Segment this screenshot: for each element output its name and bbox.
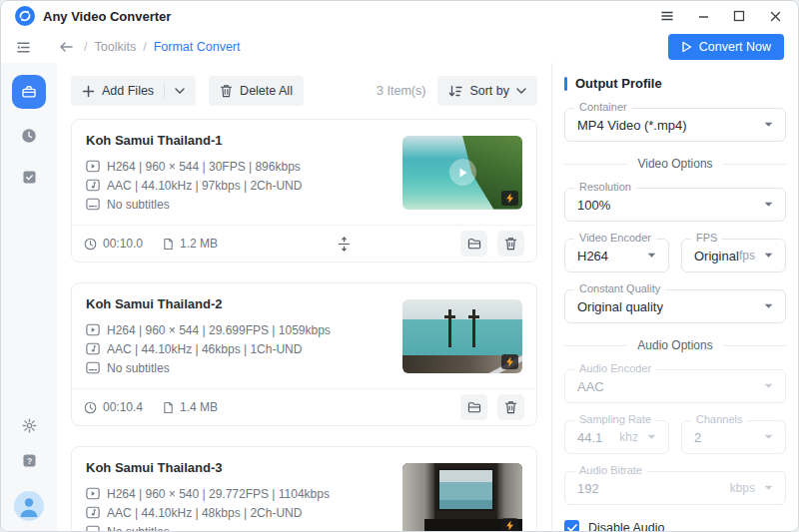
fps-value: Original [694,249,739,264]
video-thumbnail[interactable] [402,299,522,373]
file-icon [163,401,174,414]
video-thumbnail[interactable] [402,463,522,532]
audio-bitrate-unit: kbps [730,481,755,495]
sort-by-button[interactable]: Sort by [437,76,537,106]
container-value: MP4 Video (*.mp4) [577,118,764,133]
audio-bitrate-value: 192 [577,481,730,496]
video-stream-icon [86,487,100,500]
chevron-down-icon [647,253,656,259]
resolution-label: Resolution [574,181,636,193]
add-files-button[interactable]: Add Files [71,76,196,106]
chevron-down-icon [647,434,656,440]
app-title: Any Video Converter [43,9,171,24]
video-title: Koh Samui Thailand-3 [86,460,389,475]
user-avatar[interactable] [14,491,44,521]
audio-bitrate-select: Audio Bitrate 192 kbps [564,471,786,505]
audio-info: AAC | 44.10kHz | 46kbps | 1Ch-UND [107,342,302,356]
sidebar-item-history[interactable] [20,127,38,145]
subtitle-icon [86,198,100,211]
open-folder-button[interactable] [460,231,487,257]
check-icon [567,524,577,532]
breadcrumb: / Toolkits / Format Convert [84,40,241,54]
output-profile-panel: Output Profile Container MP4 Video (*.mp… [552,63,798,531]
channels-label: Channels [691,413,747,425]
breadcrumb-separator: / [143,40,146,54]
video-thumbnail[interactable] [402,136,522,210]
chevron-down-icon [764,383,773,389]
back-arrow-icon[interactable] [58,40,74,54]
delete-all-button[interactable]: Delete All [209,76,304,106]
chevron-down-icon [516,88,526,94]
breadcrumb-separator: / [84,40,87,54]
gear-icon [21,417,38,434]
person-icon [14,491,44,521]
title-bar: Any Video Converter [1,1,798,31]
sampling-rate-select: Sampling Rate 44.1 khz [564,420,669,454]
video-item-card: Koh Samui Thailand-3 H264 | 960 × 540 | … [71,446,537,531]
menu-icon[interactable] [658,7,676,25]
audio-stream-icon [86,342,100,355]
sort-by-label: Sort by [469,84,509,98]
audio-stream-icon [86,506,100,519]
delete-item-button[interactable] [497,231,524,257]
video-item-card: Koh Samui Thailand-1 H264 | 960 × 544 | … [71,119,537,263]
chevron-down-icon [764,485,773,491]
trim-clip-icon[interactable] [238,236,450,253]
channels-value: 2 [694,430,764,445]
audio-stream-icon [86,179,100,192]
convert-now-button[interactable]: Convert Now [668,34,784,60]
question-icon: ? [21,452,38,469]
video-stream-icon [86,323,100,336]
settings-button[interactable] [21,417,38,434]
minimize-icon[interactable] [694,7,712,25]
chevron-down-icon [764,303,773,309]
constant-quality-select[interactable]: Constant Quality Original quality [564,289,786,323]
heading-accent-bar [564,77,567,91]
sampling-rate-value: 44.1 [577,430,619,445]
video-encoder-select[interactable]: Video Encoder H264 [564,239,669,272]
audio-encoder-select: Audio Encoder AAC [564,369,786,403]
video-info: H264 | 960 × 544 | 29.699FPS | 1059kbps [107,323,331,337]
chevron-down-icon [764,122,773,128]
subtitle-info: No subtitles [107,361,170,375]
app-logo-icon [15,6,35,26]
subtitle-info: No subtitles [107,198,170,212]
open-folder-button[interactable] [460,394,487,420]
breadcrumb-current[interactable]: Format Convert [154,40,241,54]
item-count: 3 Item(s) [304,84,425,98]
collapse-sidebar-icon[interactable] [15,39,32,56]
plus-icon [82,85,95,98]
close-icon[interactable] [766,7,784,25]
duration: 00:10.4 [103,400,143,414]
fps-select[interactable]: FPS Original fps [681,239,786,272]
container-label: Container [574,101,632,113]
video-title: Koh Samui Thailand-2 [86,296,389,311]
sidebar-item-toolkits[interactable] [12,75,46,109]
sampling-rate-unit: khz [619,430,638,444]
duration-clock-icon [84,401,97,414]
flash-convert-badge-icon [501,354,518,369]
trash-icon [504,400,517,414]
disable-audio-checkbox[interactable] [564,520,579,531]
fps-label: FPS [691,232,722,244]
resolution-select[interactable]: Resolution 100% [564,188,786,222]
disable-audio-row: Disable Audio [564,520,786,531]
play-overlay-icon[interactable] [449,159,476,186]
constant-quality-value: Original quality [577,299,764,314]
sidebar-item-tasks[interactable] [21,169,38,186]
maximize-icon[interactable] [730,7,748,25]
sampling-rate-label: Sampling Rate [574,413,656,425]
delete-item-button[interactable] [497,394,524,420]
container-select[interactable]: Container MP4 Video (*.mp4) [564,108,786,142]
chevron-down-icon [175,88,185,94]
flash-convert-badge-icon [501,518,518,532]
audio-info: AAC | 44.10kHz | 48kbps | 2Ch-UND [107,506,302,520]
breadcrumb-toolkits[interactable]: Toolkits [94,40,136,54]
sidebar: ? [1,63,57,531]
tasks-check-icon [21,169,38,186]
toolbox-icon [20,83,38,101]
subtitle-info: No subtitles [107,525,170,532]
constant-quality-label: Constant Quality [574,282,665,294]
help-button[interactable]: ? [21,452,38,469]
subtitle-icon [86,361,100,374]
